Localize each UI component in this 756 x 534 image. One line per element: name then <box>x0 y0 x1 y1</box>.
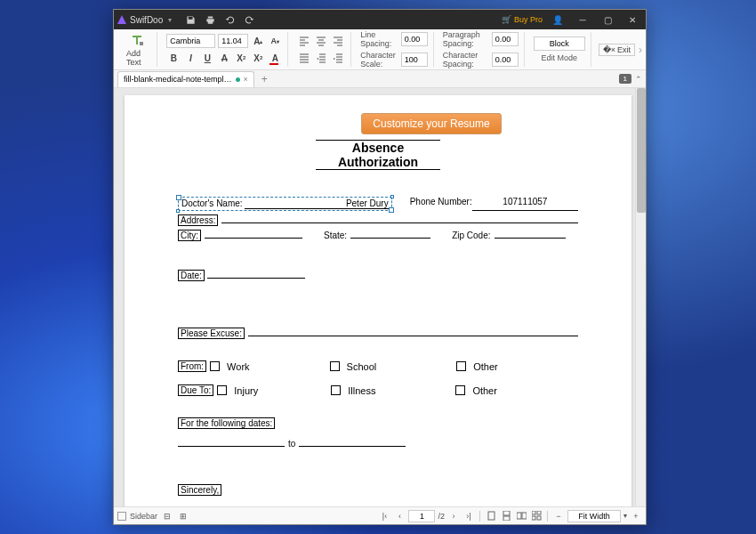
save-icon[interactable] <box>184 13 197 26</box>
injury-checkbox[interactable] <box>217 385 227 395</box>
align-justify-button[interactable] <box>297 51 311 65</box>
resume-banner[interactable]: Customize your Resume <box>361 113 501 134</box>
view-continuous-icon[interactable] <box>500 510 512 522</box>
document-title: Absence Authorization <box>316 140 440 170</box>
increase-font-button[interactable]: A▴ <box>251 34 265 48</box>
city-value[interactable] <box>205 228 302 239</box>
close-tab-icon[interactable]: × <box>244 75 248 84</box>
due-label: Due To: <box>178 384 213 396</box>
view-grid-icon[interactable] <box>530 510 543 522</box>
zip-value[interactable] <box>495 228 566 239</box>
view-facing-icon[interactable] <box>515 510 527 522</box>
line-spacing-label: Line Spacing: <box>360 30 398 48</box>
date-to-value[interactable] <box>299 436 406 447</box>
svg-rect-7 <box>537 511 541 514</box>
sidebar-label[interactable]: Sidebar <box>130 512 157 521</box>
vertical-scrollbar[interactable] <box>635 88 646 506</box>
svg-rect-3 <box>503 516 510 521</box>
decrease-font-button[interactable]: A▾ <box>268 34 282 48</box>
other-due-checkbox[interactable] <box>455 385 465 395</box>
paragraph-spacing-label: Paragraph Spacing: <box>443 30 489 48</box>
align-right-button[interactable] <box>331 34 345 48</box>
date-label: Date: <box>178 270 205 281</box>
new-tab-button[interactable]: + <box>261 73 268 85</box>
underline-button[interactable]: U <box>200 51 214 65</box>
line-spacing-input[interactable] <box>401 32 428 46</box>
ribbon: Add Text A▴ A▾ B I U A X2 X2 A <box>114 29 646 70</box>
edit-mode-label: Edit Mode <box>541 53 577 62</box>
font-size-select[interactable] <box>218 34 248 48</box>
minimize-button[interactable]: ─ <box>573 12 592 27</box>
page-area[interactable]: Customize your Resume Absence Authorizat… <box>114 88 635 506</box>
doctor-name-label: Doctor's Name: <box>180 198 245 209</box>
document-viewport: Customize your Resume Absence Authorizat… <box>114 88 646 506</box>
subscript-button[interactable]: X2 <box>251 51 265 65</box>
increase-indent-button[interactable] <box>331 51 345 65</box>
exit-button[interactable]: �× Exit <box>599 44 635 56</box>
collapse-left-icon[interactable]: ⊟ <box>161 510 173 522</box>
work-label: Work <box>227 361 249 372</box>
font-family-select[interactable] <box>166 34 215 48</box>
align-left-button[interactable] <box>297 34 311 48</box>
close-button[interactable]: ✕ <box>623 12 642 27</box>
to-label: to <box>288 439 295 449</box>
svg-rect-5 <box>522 513 527 519</box>
view-single-icon[interactable] <box>485 510 497 522</box>
align-center-button[interactable] <box>314 34 328 48</box>
app-menu-caret-icon[interactable]: ▾ <box>168 16 172 24</box>
school-checkbox[interactable] <box>330 361 340 371</box>
zoom-out-button[interactable]: − <box>552 510 565 522</box>
decrease-indent-button[interactable] <box>314 51 328 65</box>
ribbon-overflow-icon[interactable]: › <box>639 32 642 67</box>
zoom-caret-icon[interactable]: ▾ <box>623 512 627 520</box>
illness-checkbox[interactable] <box>331 385 341 395</box>
other-from-label: Other <box>473 361 498 372</box>
injury-label: Injury <box>234 385 258 396</box>
bold-button[interactable]: B <box>166 51 181 65</box>
user-icon[interactable]: 👤 <box>548 12 567 27</box>
first-page-button[interactable]: |‹ <box>378 510 390 522</box>
page-nav-caret-icon[interactable]: ⌃ <box>635 75 642 84</box>
work-checkbox[interactable] <box>210 361 220 371</box>
scrollbar-thumb[interactable] <box>637 88 646 213</box>
next-page-button[interactable]: › <box>447 510 460 522</box>
selected-text-field[interactable]: Doctor's Name: Peter Dury <box>178 197 392 211</box>
undo-icon[interactable] <box>223 13 236 26</box>
svg-rect-6 <box>532 511 535 514</box>
strikethrough-button[interactable]: A <box>217 51 231 65</box>
page-number-input[interactable] <box>408 510 435 522</box>
font-color-button[interactable]: A <box>268 51 282 65</box>
last-page-button[interactable]: ›| <box>462 510 475 522</box>
zoom-select[interactable] <box>567 510 621 522</box>
date-value[interactable] <box>207 268 305 279</box>
other-from-checkbox[interactable] <box>456 361 466 371</box>
excuse-value[interactable] <box>248 326 578 336</box>
doctor-name-value[interactable]: Peter Dury <box>245 198 390 209</box>
city-label: City: <box>178 230 201 241</box>
prev-page-button[interactable]: ‹ <box>393 510 406 522</box>
edit-mode-select[interactable] <box>534 36 585 51</box>
char-spacing-input[interactable] <box>492 53 519 67</box>
address-value[interactable] <box>221 213 578 223</box>
sincerely-label: Sincerely, <box>178 484 221 496</box>
sidebar-checkbox[interactable] <box>117 512 126 521</box>
app-logo-icon <box>117 15 126 24</box>
buy-pro-button[interactable]: 🛒 Buy Pro <box>502 15 543 24</box>
char-scale-input[interactable] <box>401 53 428 67</box>
add-text-button[interactable]: Add Text <box>123 33 151 67</box>
superscript-button[interactable]: X2 <box>234 51 248 65</box>
date-from-value[interactable] <box>178 436 285 447</box>
phone-value[interactable]: 107111057 <box>472 197 578 211</box>
svg-rect-0 <box>140 42 143 45</box>
paragraph-spacing-input[interactable] <box>492 32 519 46</box>
school-label: School <box>347 361 377 372</box>
svg-rect-8 <box>532 516 535 520</box>
print-icon[interactable] <box>204 13 216 26</box>
zoom-in-button[interactable]: + <box>630 510 642 522</box>
maximize-button[interactable]: ▢ <box>598 12 617 27</box>
state-value[interactable] <box>350 228 430 239</box>
collapse-right-icon[interactable]: ⊞ <box>177 510 189 522</box>
document-tab[interactable]: fill-blank-medical-note-templ… × <box>117 71 254 87</box>
redo-icon[interactable] <box>243 13 255 26</box>
italic-button[interactable]: I <box>183 51 197 65</box>
